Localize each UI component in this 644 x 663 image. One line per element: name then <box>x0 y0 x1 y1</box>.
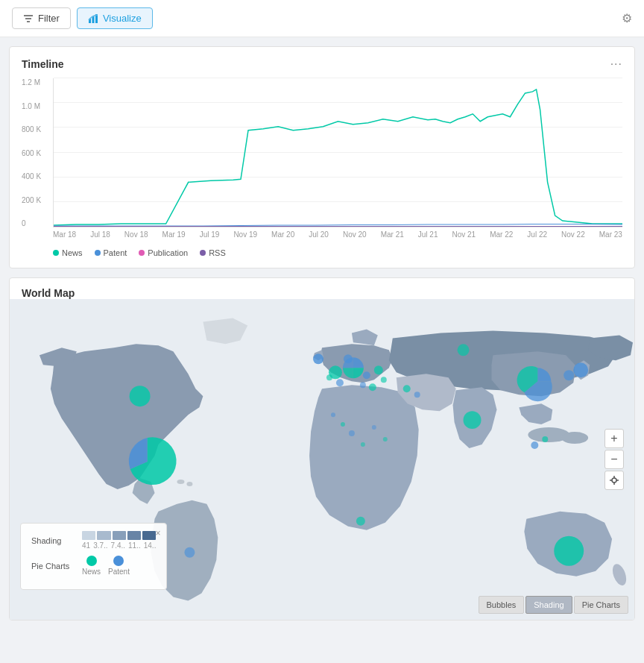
chart-y-labels: 0 200 K 400 K 600 K 800 K 1.0 M 1.2 M <box>22 78 50 227</box>
svg-point-22 <box>336 379 344 386</box>
svg-point-31 <box>542 436 548 442</box>
shading-scale: 41 3.7.. 7.4.. 11.. 14.. <box>82 531 156 550</box>
world-map-title: World Map <box>10 278 634 299</box>
legend-label-rss: RSS <box>209 248 226 257</box>
svg-point-39 <box>349 430 355 436</box>
svg-point-37 <box>331 412 335 417</box>
timeline-title: Timeline <box>22 58 64 70</box>
pie-charts-view-button[interactable]: Pie Charts <box>574 596 628 614</box>
map-controls: + − <box>604 429 624 490</box>
legend-label-news: News <box>62 248 83 257</box>
svg-point-41 <box>372 425 376 430</box>
gear-icon: ⚙ <box>622 12 632 25</box>
legend-dot-patent <box>95 250 101 256</box>
settings-button[interactable]: ⚙ <box>622 11 632 25</box>
svg-point-40 <box>361 442 365 447</box>
svg-point-43 <box>612 478 616 483</box>
svg-point-34 <box>356 517 365 526</box>
pie-dot-news <box>86 556 97 566</box>
legend-dot-rss <box>200 250 206 256</box>
timeline-menu[interactable]: ··· <box>610 57 622 71</box>
filter-button[interactable]: Filter <box>12 7 71 29</box>
legend-label-patent: Patent <box>104 248 127 257</box>
chart-legend: News Patent Publication RSS <box>53 248 226 257</box>
legend-publication: Publication <box>139 248 188 257</box>
svg-point-8 <box>186 482 192 486</box>
bubbles-view-button[interactable]: Bubbles <box>479 596 525 614</box>
pie-news: News <box>82 556 101 576</box>
svg-point-26 <box>573 362 588 377</box>
svg-point-38 <box>341 422 345 427</box>
pie-news-label: News <box>82 568 101 576</box>
shading-seg-5 <box>142 531 156 540</box>
svg-point-30 <box>531 442 538 449</box>
timeline-chart: 0 200 K 400 K 600 K 800 K 1.0 M 1.2 M <box>22 78 622 257</box>
svg-point-35 <box>184 547 195 558</box>
shading-seg-1 <box>82 531 95 540</box>
chart-x-labels: Mar 18 Jul 18 Nov 18 Mar 19 Jul 19 Nov 1… <box>53 230 622 239</box>
locate-button[interactable] <box>604 471 624 490</box>
svg-point-42 <box>383 437 388 442</box>
legend-pie-row: Pie Charts News Patent <box>31 556 156 576</box>
svg-point-29 <box>554 536 584 566</box>
legend-news: News <box>53 248 83 257</box>
pie-patent: Patent <box>108 556 130 576</box>
visualize-button[interactable]: Visualize <box>77 7 153 29</box>
legend-rss: RSS <box>200 248 226 257</box>
visualize-icon <box>88 13 98 24</box>
zoom-in-button[interactable]: + <box>604 429 624 448</box>
svg-point-10 <box>561 432 588 444</box>
svg-point-7 <box>177 480 184 484</box>
legend-dot-publication <box>139 250 145 256</box>
pie-dot-patent <box>113 556 124 566</box>
filter-icon <box>23 13 34 24</box>
svg-point-16 <box>344 354 353 363</box>
svg-point-28 <box>464 411 482 429</box>
shading-seg-3 <box>113 531 126 540</box>
filter-label: Filter <box>38 13 60 24</box>
svg-point-27 <box>564 370 574 380</box>
world-map-panel: World Map <box>9 277 635 620</box>
chart-svg <box>54 78 622 227</box>
svg-point-33 <box>414 392 420 398</box>
locate-icon <box>609 475 619 486</box>
svg-point-19 <box>360 382 366 388</box>
svg-point-18 <box>374 365 383 374</box>
legend-dot-news <box>53 250 59 256</box>
svg-point-24 <box>130 386 151 406</box>
legend-shading-row: Shading 41 3.7.. 7.4.. 11.. 14.. <box>31 531 156 550</box>
toolbar: Filter Visualize ⚙ <box>0 0 644 37</box>
visualize-label: Visualize <box>103 13 142 24</box>
legend-close-button[interactable]: × <box>155 528 160 538</box>
plus-icon: + <box>610 433 617 444</box>
shading-view-button[interactable]: Shading <box>525 596 572 614</box>
map-container[interactable]: + − × Shading <box>10 299 634 620</box>
pie-patent-label: Patent <box>108 568 130 576</box>
minus-icon: − <box>610 453 617 465</box>
pie-charts-label: Pie Charts <box>31 562 76 571</box>
svg-point-21 <box>381 377 387 383</box>
legend-label-publication: Publication <box>148 248 188 257</box>
timeline-header: Timeline ··· <box>22 57 622 71</box>
shading-seg-4 <box>127 531 141 540</box>
svg-point-32 <box>403 385 411 392</box>
svg-point-36 <box>458 344 470 356</box>
shading-label: Shading <box>31 536 76 545</box>
zoom-out-button[interactable]: − <box>604 450 624 469</box>
svg-rect-4 <box>92 16 94 23</box>
pie-dots: News Patent <box>82 556 130 576</box>
shading-seg-2 <box>97 531 110 540</box>
toolbar-left: Filter Visualize <box>12 7 153 29</box>
map-view-buttons: Bubbles Shading Pie Charts <box>479 596 629 614</box>
legend-patent: Patent <box>95 248 127 257</box>
shading-numbers: 41 3.7.. 7.4.. 11.. 14.. <box>82 541 156 550</box>
chart-area <box>53 78 622 227</box>
svg-point-23 <box>326 374 332 380</box>
svg-point-13 <box>313 354 323 364</box>
map-legend: × Shading 41 3.7.. 7.4.. 11.. <box>20 523 167 590</box>
timeline-panel: Timeline ··· 0 200 K 400 K 600 K 800 K 1… <box>9 46 635 268</box>
svg-point-20 <box>369 383 376 391</box>
svg-point-17 <box>363 371 370 379</box>
